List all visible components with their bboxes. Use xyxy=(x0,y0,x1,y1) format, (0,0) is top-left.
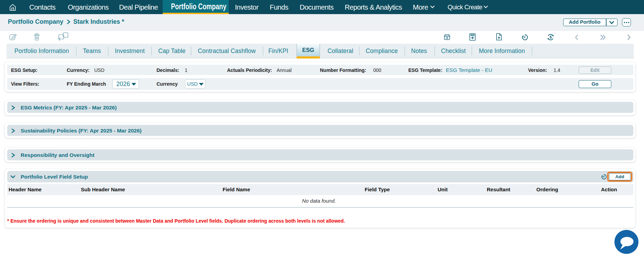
svg-text:$: $ xyxy=(550,35,552,39)
